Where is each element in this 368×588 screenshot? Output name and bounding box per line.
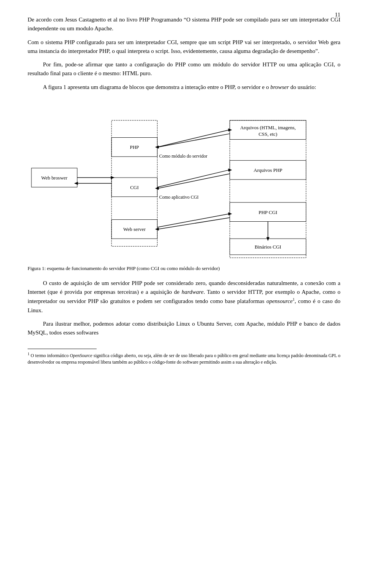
- php-cgi-label: PHP CGI: [259, 209, 278, 215]
- arquivos-html-label1: Arquivos (HTML, imagens,: [240, 124, 296, 130]
- web-server-label: Web server: [123, 226, 146, 232]
- svg-line-22: [157, 214, 229, 227]
- footnote-ref-1: 1: [293, 297, 295, 301]
- svg-line-16: [158, 133, 230, 147]
- page-number: 11: [335, 12, 340, 18]
- svg-line-14: [157, 130, 229, 147]
- php-label: PHP: [130, 144, 139, 150]
- paragraph-2: Com o sistema PHP configurado para ser u…: [28, 38, 340, 56]
- footnote-divider: [28, 349, 97, 349]
- arquivos-php-label: Arquivos PHP: [253, 167, 282, 173]
- svg-line-18: [157, 170, 229, 187]
- paragraph-5: O custo de aquisição de um servidor PHP …: [28, 279, 340, 315]
- binarios-cgi-label: Binários CGI: [255, 244, 281, 250]
- como-aplicativo-label: Como aplicativo CGI: [159, 194, 199, 200]
- footnote-number: 1: [28, 352, 30, 356]
- paragraph-1: De acordo com Jesus Castagnetto et al no…: [28, 15, 340, 33]
- footnote-1: 1 O termo informático OpenSource signifi…: [28, 351, 340, 366]
- paragraph-4: A figura 1 apresenta um diagrama de bloc…: [28, 83, 340, 92]
- diagram-svg: Web broswer PHP CGI Web server Arquivos …: [28, 101, 340, 262]
- page: 11 De acordo com Jesus Castagnetto et al…: [0, 0, 368, 588]
- italic-opensource-footnote: OpenSource: [70, 353, 92, 358]
- svg-line-24: [158, 217, 230, 229]
- arquivos-html-label2: CSS, etc): [259, 131, 278, 137]
- italic-hardware: hardware: [182, 289, 204, 295]
- svg-line-20: [158, 174, 230, 188]
- cgi-label: CGI: [130, 184, 139, 190]
- italic-browser: browser: [270, 84, 289, 90]
- italic-opensource: opensource: [266, 298, 293, 304]
- paragraph-6: Para ilustrar melhor, podemos adotar com…: [28, 320, 340, 338]
- paragraph-3: Por fim, pode-se afirmar que tanto a con…: [28, 60, 340, 78]
- como-modulo-label: Como módulo do servidor: [159, 153, 207, 159]
- web-browser-label: Web broswer: [41, 175, 68, 181]
- diagram-container: Web broswer PHP CGI Web server Arquivos …: [28, 101, 340, 262]
- diagram-caption: Figura 1: esquema de funcionamento do se…: [28, 265, 340, 272]
